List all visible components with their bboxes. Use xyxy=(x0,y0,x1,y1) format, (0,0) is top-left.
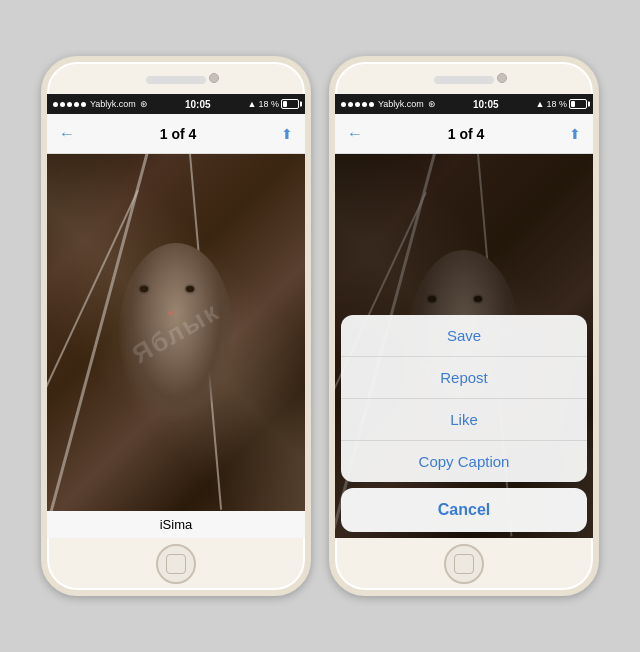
phone-left: Yablyk.com ⊛ 10:05 ▲ 18 % ← 1 of 4 ⬆ xyxy=(41,56,311,596)
home-button-right[interactable] xyxy=(444,544,484,584)
status-left-right: Yablyk.com ⊛ xyxy=(341,99,436,109)
home-button-left[interactable] xyxy=(156,544,196,584)
back-button-left[interactable]: ← xyxy=(59,125,75,143)
share-button-left[interactable]: ⬆ xyxy=(281,126,293,142)
status-bar-right: Yablyk.com ⊛ 10:05 ▲ 18 % xyxy=(335,94,593,114)
battery-pct: 18 % xyxy=(258,99,279,109)
nav-title-left: 1 of 4 xyxy=(160,126,197,142)
share-button-right[interactable]: ⬆ xyxy=(569,126,581,142)
wifi-icon-right: ⊛ xyxy=(428,99,436,109)
phone-screen-right: Yablyk.com ⊛ 10:05 ▲ 18 % ← 1 of 4 ⬆ xyxy=(335,94,593,538)
carrier-label: Yablyk.com xyxy=(90,99,136,109)
action-group: Save Repost Like Copy Caption xyxy=(341,315,587,482)
carrier-label-right: Yablyk.com xyxy=(378,99,424,109)
camera-dot-right xyxy=(497,73,507,83)
repost-button[interactable]: Repost xyxy=(341,357,587,399)
nav-bar-right: ← 1 of 4 ⬆ xyxy=(335,114,593,154)
photo-author-label: iSima xyxy=(47,511,305,538)
wifi-icon: ⊛ xyxy=(140,99,148,109)
back-button-right[interactable]: ← xyxy=(347,125,363,143)
battery-icon-right xyxy=(569,99,587,109)
phone-screen-left: Yablyk.com ⊛ 10:05 ▲ 18 % ← 1 of 4 ⬆ xyxy=(47,94,305,538)
status-right-right: ▲ 18 % xyxy=(536,99,587,109)
cancel-button[interactable]: Cancel xyxy=(341,488,587,532)
status-time: 10:05 xyxy=(185,99,211,110)
battery-icon xyxy=(281,99,299,109)
photo-content-left: Яблык xyxy=(47,154,305,511)
signal-arrow-icon: ▲ xyxy=(248,99,257,109)
save-button[interactable]: Save xyxy=(341,315,587,357)
copy-caption-button[interactable]: Copy Caption xyxy=(341,441,587,482)
status-bar-left: Yablyk.com ⊛ 10:05 ▲ 18 % xyxy=(47,94,305,114)
photo-content-right: Яблык Save Repost Like xyxy=(335,154,593,538)
status-left: Yablyk.com ⊛ xyxy=(53,99,148,109)
phone-right: Yablyk.com ⊛ 10:05 ▲ 18 % ← 1 of 4 ⬆ xyxy=(329,56,599,596)
action-sheet: Save Repost Like Copy Caption Cancel xyxy=(335,309,593,538)
status-right: ▲ 18 % xyxy=(248,99,299,109)
signal-arrow-icon-right: ▲ xyxy=(536,99,545,109)
cat-photo-left: Яблык xyxy=(47,154,305,511)
action-sheet-overlay: Save Repost Like Copy Caption Cancel xyxy=(335,154,593,538)
battery-pct-right: 18 % xyxy=(546,99,567,109)
nav-bar-left: ← 1 of 4 ⬆ xyxy=(47,114,305,154)
nav-title-right: 1 of 4 xyxy=(448,126,485,142)
like-button[interactable]: Like xyxy=(341,399,587,441)
camera-dot xyxy=(209,73,219,83)
status-time-right: 10:05 xyxy=(473,99,499,110)
